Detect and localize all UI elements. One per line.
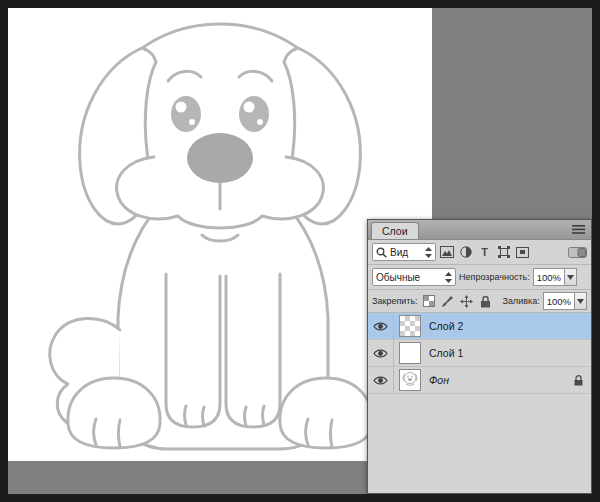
- lock-label: Закрепить:: [372, 296, 418, 306]
- workspace: Слои Вид T: [8, 8, 592, 494]
- shape-layers-filter-icon[interactable]: [495, 244, 512, 261]
- blend-opacity-row: Обычные Непрозрачность: 100%: [368, 265, 591, 290]
- layer-list: Слой 2 Слой 1: [368, 313, 591, 394]
- layer-name[interactable]: Слой 2: [429, 320, 463, 332]
- eye-icon: [373, 321, 388, 332]
- panel-menu-icon[interactable]: [570, 223, 587, 236]
- lock-all-padlock-icon[interactable]: [478, 293, 494, 309]
- opacity-input[interactable]: 100%: [533, 268, 577, 286]
- tab-layers[interactable]: Слои: [371, 222, 419, 239]
- pixel-layers-filter-icon[interactable]: [438, 244, 455, 261]
- lock-fill-row: Закрепить: Заливка: 100%: [368, 290, 591, 313]
- layers-panel: Слои Вид T: [367, 219, 592, 494]
- layers-panel-tabbar: Слои: [368, 220, 591, 240]
- opacity-label: Непрозрачность:: [459, 272, 530, 282]
- tab-layers-label: Слои: [382, 225, 408, 237]
- visibility-toggle[interactable]: [368, 313, 394, 339]
- lock-position-move-icon[interactable]: [459, 293, 475, 309]
- fill-dropdown-arrow-icon[interactable]: [574, 292, 587, 310]
- background-thumbnail-art: [400, 370, 420, 390]
- updown-arrows-icon: [425, 247, 432, 258]
- layer-row-layer1[interactable]: Слой 1: [368, 340, 591, 367]
- layer-name[interactable]: Слой 1: [429, 347, 463, 359]
- background-lock-icon: [574, 375, 583, 386]
- layer-list-empty-area[interactable]: [368, 394, 591, 493]
- layer-filter-row: Вид T: [368, 240, 591, 265]
- layer-row-background[interactable]: Фон: [368, 367, 591, 394]
- layer-thumbnail[interactable]: [399, 342, 421, 364]
- filter-kind-value: Вид: [390, 247, 422, 258]
- type-layers-filter-icon[interactable]: T: [476, 244, 493, 261]
- blend-mode-value: Обычные: [376, 272, 442, 283]
- layer-thumbnail[interactable]: [399, 369, 421, 391]
- opacity-dropdown-arrow-icon[interactable]: [564, 268, 577, 286]
- opacity-value[interactable]: 100%: [533, 268, 564, 286]
- updown-arrows-icon: [445, 272, 452, 283]
- fill-value[interactable]: 100%: [543, 292, 574, 310]
- search-icon: [376, 247, 387, 258]
- filter-kind-select[interactable]: Вид: [372, 243, 436, 261]
- fill-group: Заливка: 100%: [503, 292, 587, 310]
- eye-icon: [373, 375, 388, 386]
- lock-pixels-brush-icon[interactable]: [440, 293, 456, 309]
- visibility-toggle[interactable]: [368, 340, 394, 366]
- layer-thumbnail[interactable]: [399, 315, 421, 337]
- smart-object-filter-icon[interactable]: [514, 244, 531, 261]
- layer-name[interactable]: Фон: [429, 374, 449, 386]
- fill-input[interactable]: 100%: [543, 292, 587, 310]
- layer-row-layer2[interactable]: Слой 2: [368, 313, 591, 340]
- blend-mode-select[interactable]: Обычные: [372, 268, 456, 286]
- adjustment-layers-filter-icon[interactable]: [457, 244, 474, 261]
- layer-filtering-toggle[interactable]: [568, 247, 587, 258]
- visibility-toggle[interactable]: [368, 367, 394, 393]
- fill-label: Заливка:: [503, 296, 540, 306]
- lock-transparency-icon[interactable]: [421, 293, 437, 309]
- eye-icon: [373, 348, 388, 359]
